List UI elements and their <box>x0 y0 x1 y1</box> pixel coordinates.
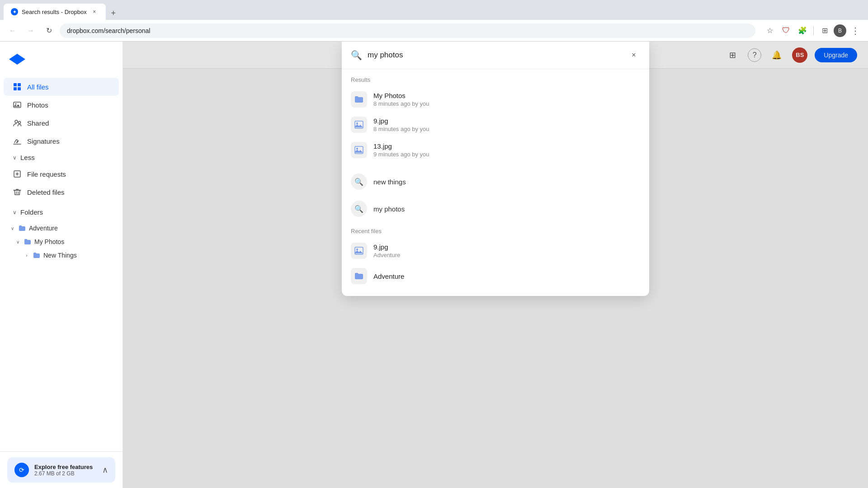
sidebar-item-photos[interactable]: Photos <box>4 96 119 114</box>
signatures-icon <box>13 136 22 145</box>
folder-label: Adventure <box>29 225 58 232</box>
svg-point-6 <box>15 103 17 105</box>
chevron-down-icon: ∨ <box>14 239 21 245</box>
result-item-13jpg[interactable]: 13.jpg 9 minutes ago by you <box>342 137 649 163</box>
suggestion-item-new-things[interactable]: 🔍 new things <box>342 168 649 195</box>
result-name: 13.jpg <box>373 142 429 150</box>
new-tab-button[interactable]: + <box>107 6 120 20</box>
dropbox-logo-icon <box>9 51 25 67</box>
result-item-9jpg[interactable]: 9.jpg 8 minutes ago by you <box>342 112 649 137</box>
svg-rect-4 <box>18 87 21 90</box>
result-image-icon <box>351 142 367 158</box>
forward-button[interactable]: → <box>24 23 38 38</box>
sidebar-item-label: Photos <box>27 101 48 109</box>
all-files-icon <box>13 82 22 91</box>
folder-item-adventure[interactable]: ∨ Adventure <box>0 221 123 235</box>
result-name: My Photos <box>373 92 429 99</box>
search-clear-button[interactable]: × <box>627 49 640 61</box>
svg-point-13 <box>356 148 358 150</box>
folder-icon <box>33 251 41 259</box>
sidebar-item-deleted-files[interactable]: Deleted files <box>4 183 119 201</box>
chevron-right-icon: › <box>24 252 30 258</box>
menu-button[interactable]: ⋮ <box>848 23 863 38</box>
result-item-my-photos-folder[interactable]: My Photos 8 minutes ago by you <box>342 87 649 112</box>
main-content: ⊞ ? 🔔 BS Upgrade 🔍 × Results <box>123 42 868 488</box>
search-dropdown: 🔍 × Results My Photos 8 minutes ago by y… <box>342 42 649 296</box>
logo[interactable] <box>0 42 123 76</box>
recent-name: 9.jpg <box>373 243 400 251</box>
storage-card[interactable]: ⟳ Explore free features 2.67 MB of 2 GB … <box>7 457 115 483</box>
recent-folder-icon <box>351 268 367 284</box>
recent-item-adventure[interactable]: Adventure <box>342 263 649 289</box>
folder-label: New Things <box>43 252 77 259</box>
back-button[interactable]: ← <box>5 23 20 38</box>
results-label: Results <box>342 75 649 87</box>
folder-item-my-photos[interactable]: ∨ My Photos <box>0 235 123 249</box>
search-icon: 🔍 <box>351 50 362 61</box>
deleted-files-icon <box>13 188 22 197</box>
storage-icon: ⟳ <box>14 463 29 477</box>
storage-subtitle: 2.67 MB of 2 GB <box>34 470 93 477</box>
recent-image-icon <box>351 243 367 259</box>
sidebar-bottom: ⟳ Explore free features 2.67 MB of 2 GB … <box>0 451 123 488</box>
result-meta: 8 minutes ago by you <box>373 100 429 107</box>
recent-item-9jpg[interactable]: 9.jpg Adventure <box>342 238 649 263</box>
folder-item-new-things[interactable]: › New Things <box>0 249 123 262</box>
result-image-icon <box>351 117 367 133</box>
active-tab[interactable]: ✦ Search results - Dropbox × <box>4 4 106 20</box>
sidebar-item-signatures[interactable]: Signatures <box>4 132 119 150</box>
sidebar: All files Photos Shared Si <box>0 42 123 488</box>
sidebar-nav: All files Photos Shared Si <box>0 76 123 451</box>
profile-button[interactable]: B <box>834 24 846 37</box>
search-suggestion-icon: 🔍 <box>351 201 367 217</box>
sidebar-item-label: Shared <box>27 119 49 127</box>
bookmark-icon[interactable]: ☆ <box>763 23 777 38</box>
browser-chrome: ✦ Search results - Dropbox × + <box>0 0 868 20</box>
sidebar-less-toggle[interactable]: ∨ Less <box>4 150 119 165</box>
puzzle-icon[interactable]: 🧩 <box>795 23 810 38</box>
tab-favicon: ✦ <box>11 8 18 15</box>
reload-button[interactable]: ↻ <box>42 23 56 38</box>
split-view-icon[interactable]: ⊞ <box>817 23 832 38</box>
storage-info: Explore free features 2.67 MB of 2 GB <box>34 464 93 477</box>
sidebar-item-label: Deleted files <box>27 188 65 196</box>
sidebar-item-all-files[interactable]: All files <box>4 78 119 96</box>
folders-section-header[interactable]: ∨ Folders <box>4 205 119 220</box>
svg-point-15 <box>356 249 358 250</box>
storage-collapse-button[interactable]: ∧ <box>102 465 108 475</box>
results-section: Results My Photos 8 minutes ago by you <box>342 69 649 168</box>
recent-name: Adventure <box>373 272 404 280</box>
svg-rect-3 <box>14 87 17 90</box>
less-label: Less <box>20 154 35 161</box>
search-input[interactable] <box>368 51 622 60</box>
result-meta: 8 minutes ago by you <box>373 126 429 132</box>
extensions-icon[interactable]: 🛡 <box>779 23 793 38</box>
chevron-down-icon: ∨ <box>9 225 15 231</box>
sidebar-item-label: All files <box>27 83 49 91</box>
result-info: 9.jpg 8 minutes ago by you <box>373 117 429 132</box>
sidebar-item-label: Signatures <box>27 137 60 145</box>
search-input-row: 🔍 × <box>342 42 649 69</box>
address-field[interactable]: dropbox.com/search/personal <box>60 23 755 38</box>
svg-point-8 <box>19 122 21 124</box>
sidebar-item-label: File requests <box>27 170 66 178</box>
recent-info: 9.jpg Adventure <box>373 243 400 258</box>
result-name: 9.jpg <box>373 117 429 125</box>
suggestion-text: my photos <box>373 205 405 213</box>
tab-close-button[interactable]: × <box>90 8 99 16</box>
svg-rect-2 <box>18 83 21 86</box>
folder-icon <box>18 224 26 232</box>
folder-label: My Photos <box>34 238 64 245</box>
chevron-down-icon: ∨ <box>13 155 17 161</box>
recent-meta: Adventure <box>373 252 400 258</box>
search-suggestion-icon: 🔍 <box>351 174 367 190</box>
result-info: 13.jpg 9 minutes ago by you <box>373 142 429 158</box>
recent-files-label: Recent files <box>342 226 649 238</box>
sidebar-item-shared[interactable]: Shared <box>4 114 119 132</box>
suggestion-item-my-photos[interactable]: 🔍 my photos <box>342 195 649 222</box>
svg-rect-1 <box>14 83 17 86</box>
sidebar-item-file-requests[interactable]: File requests <box>4 165 119 183</box>
file-requests-icon <box>13 169 22 178</box>
address-bar: ← → ↻ dropbox.com/search/personal ☆ 🛡 🧩 … <box>0 20 868 42</box>
recent-info: Adventure <box>373 272 404 280</box>
